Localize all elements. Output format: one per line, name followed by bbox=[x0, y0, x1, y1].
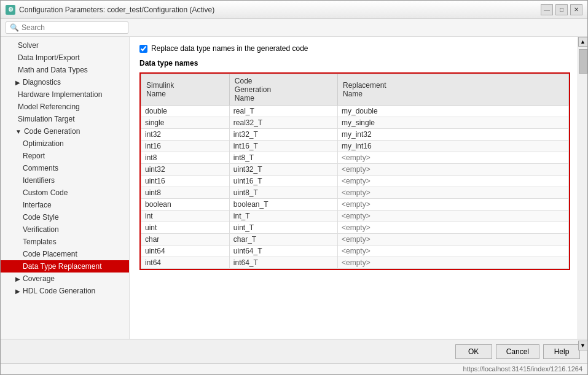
replacement-name-cell[interactable] bbox=[337, 257, 568, 269]
replace-checkbox[interactable] bbox=[139, 45, 147, 53]
close-button[interactable]: ✕ bbox=[570, 4, 582, 15]
replacement-input-boolean[interactable] bbox=[342, 200, 565, 209]
help-button[interactable]: Help bbox=[543, 344, 580, 359]
sidebar-item-interface[interactable]: Interface bbox=[1, 199, 129, 211]
replacement-name-cell[interactable] bbox=[337, 222, 568, 234]
table-row: uint16uint16_T bbox=[141, 176, 569, 187]
sidebar-item-code-placement[interactable]: Code Placement bbox=[1, 248, 129, 260]
sidebar-item-hdl-code-generation[interactable]: ▶HDL Code Generation bbox=[1, 285, 129, 297]
ok-button[interactable]: OK bbox=[455, 344, 492, 359]
sidebar-item-identifiers[interactable]: Identifiers bbox=[1, 174, 129, 187]
app-icon: ⚙ bbox=[6, 5, 15, 15]
sidebar-item-coverage[interactable]: ▶Coverage bbox=[1, 273, 129, 285]
replacement-input-uint32[interactable] bbox=[342, 165, 565, 174]
scroll-thumb[interactable] bbox=[579, 49, 587, 74]
table-row: int8int8_T bbox=[141, 152, 569, 164]
sidebar-item-report[interactable]: Report bbox=[1, 150, 129, 162]
table-row: booleanboolean_T bbox=[141, 199, 569, 211]
maximize-button[interactable]: □ bbox=[555, 4, 568, 15]
replacement-name-cell[interactable] bbox=[337, 152, 568, 164]
sidebar-item-code-generation[interactable]: ▼Code Generation bbox=[1, 125, 129, 137]
sidebar-item-custom-code[interactable]: Custom Code bbox=[1, 187, 129, 199]
search-icon: 🔍 bbox=[10, 23, 19, 32]
replacement-input-int16[interactable] bbox=[342, 142, 565, 150]
sidebar-item-diagnostics[interactable]: ▶Diagnostics bbox=[1, 76, 129, 88]
replacement-input-double[interactable] bbox=[342, 107, 565, 115]
sidebar: SolverData Import/ExportMath and Data Ty… bbox=[1, 37, 130, 339]
code-gen-name-cell: int64_T bbox=[229, 257, 337, 269]
sidebar-item-model-referencing[interactable]: Model Referencing bbox=[1, 101, 129, 113]
scrollbar: ▲ ▼ bbox=[578, 37, 587, 339]
window-controls: — □ ✕ bbox=[541, 4, 582, 15]
replacement-input-uint[interactable] bbox=[342, 223, 565, 232]
sidebar-item-data-type-replacement[interactable]: Data Type Replacement bbox=[1, 260, 129, 273]
sidebar-item-hardware-implementation[interactable]: Hardware Implementation bbox=[1, 88, 129, 101]
replacement-name-cell[interactable] bbox=[337, 211, 568, 222]
content-inner: Replace data type names in the generated… bbox=[130, 37, 578, 339]
search-input[interactable] bbox=[22, 23, 120, 32]
replacement-input-int[interactable] bbox=[342, 212, 565, 220]
main-window: ⚙ Configuration Parameters: coder_test/C… bbox=[0, 0, 588, 375]
simulink-name-cell: int64 bbox=[141, 257, 230, 269]
sidebar-item-comments[interactable]: Comments bbox=[1, 162, 129, 174]
table-row: int16int16_T bbox=[141, 141, 569, 152]
simulink-name-cell: double bbox=[141, 106, 230, 117]
replace-label[interactable]: Replace data type names in the generated… bbox=[151, 44, 308, 53]
replacement-name-cell[interactable] bbox=[337, 234, 568, 245]
replacement-input-uint16[interactable] bbox=[342, 177, 565, 185]
simulink-name-cell: single bbox=[141, 117, 230, 129]
sidebar-label-code-generation: Code Generation bbox=[24, 127, 80, 136]
replacement-name-cell[interactable] bbox=[337, 141, 568, 152]
replacement-name-cell[interactable] bbox=[337, 106, 568, 117]
sidebar-label-code-style: Code Style bbox=[23, 213, 59, 222]
sidebar-item-templates[interactable]: Templates bbox=[1, 236, 129, 248]
sidebar-item-verification[interactable]: Verification bbox=[1, 223, 129, 236]
sidebar-label-data-type-replacement: Data Type Replacement bbox=[23, 262, 102, 271]
table-row: singlereal32_T bbox=[141, 117, 569, 129]
replacement-name-cell[interactable] bbox=[337, 164, 568, 176]
replacement-name-cell[interactable] bbox=[337, 117, 568, 129]
sidebar-item-data-import-export[interactable]: Data Import/Export bbox=[1, 52, 129, 64]
simulink-name-cell: int8 bbox=[141, 152, 230, 164]
checkbox-row: Replace data type names in the generated… bbox=[139, 44, 570, 53]
scroll-up-button[interactable]: ▲ bbox=[578, 37, 588, 47]
sidebar-label-data-import-export: Data Import/Export bbox=[18, 53, 80, 62]
simulink-name-cell: boolean bbox=[141, 199, 230, 211]
simulink-name-cell: int bbox=[141, 211, 230, 222]
simulink-name-cell: uint16 bbox=[141, 176, 230, 187]
arrow-icon-code-generation: ▼ bbox=[15, 128, 22, 135]
minimize-button[interactable]: — bbox=[541, 4, 553, 15]
cancel-button[interactable]: Cancel bbox=[496, 344, 539, 359]
sidebar-item-optimization[interactable]: Optimization bbox=[1, 137, 129, 150]
code-gen-name-cell: int_T bbox=[229, 211, 337, 222]
replacement-name-cell[interactable] bbox=[337, 187, 568, 199]
table-row: doublereal_T bbox=[141, 106, 569, 117]
code-gen-name-cell: int16_T bbox=[229, 141, 337, 152]
simulink-name-cell: int32 bbox=[141, 129, 230, 141]
replacement-input-uint8[interactable] bbox=[342, 188, 565, 197]
table-body: doublereal_Tsinglereal32_Tint32int32_Tin… bbox=[141, 106, 569, 269]
replacement-name-cell[interactable] bbox=[337, 176, 568, 187]
simulink-name-cell: uint bbox=[141, 222, 230, 234]
section-label: Data type names bbox=[139, 59, 570, 68]
replacement-input-char[interactable] bbox=[342, 235, 565, 244]
code-gen-name-cell: int32_T bbox=[229, 129, 337, 141]
replacement-input-uint64[interactable] bbox=[342, 247, 565, 255]
sidebar-item-code-style[interactable]: Code Style bbox=[1, 211, 129, 223]
replacement-input-int64[interactable] bbox=[342, 258, 565, 267]
replacement-name-cell[interactable] bbox=[337, 129, 568, 141]
sidebar-label-hdl-code-generation: HDL Code Generation bbox=[23, 287, 95, 295]
replacement-input-int32[interactable] bbox=[342, 130, 565, 139]
table-row: uintuint_T bbox=[141, 222, 569, 234]
sidebar-label-model-referencing: Model Referencing bbox=[18, 102, 80, 111]
replacement-name-cell[interactable] bbox=[337, 199, 568, 211]
col-code-gen-header: Code Generation Name bbox=[229, 74, 337, 106]
sidebar-item-solver[interactable]: Solver bbox=[1, 39, 129, 52]
replacement-name-cell[interactable] bbox=[337, 245, 568, 257]
replacement-input-int8[interactable] bbox=[342, 153, 565, 162]
simulink-name-cell: uint8 bbox=[141, 187, 230, 199]
sidebar-item-math-and-data-types[interactable]: Math and Data Types bbox=[1, 64, 129, 76]
sidebar-item-simulation-target[interactable]: Simulation Target bbox=[1, 113, 129, 125]
sidebar-label-solver: Solver bbox=[18, 41, 39, 50]
replacement-input-single[interactable] bbox=[342, 118, 565, 127]
